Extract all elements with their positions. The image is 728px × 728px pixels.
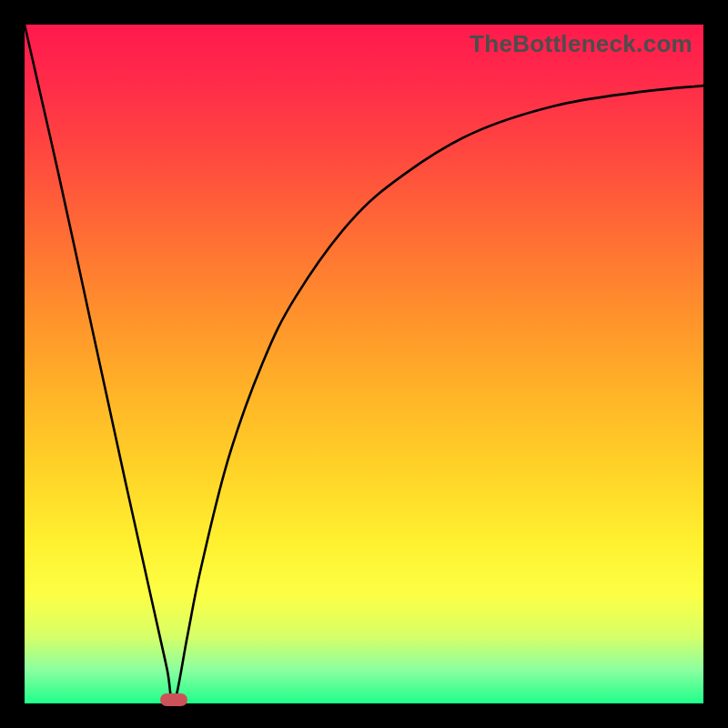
bottleneck-curve	[25, 25, 703, 703]
chart-plot-area: TheBottleneck.com	[25, 25, 703, 703]
chart-frame: TheBottleneck.com	[0, 0, 728, 728]
curve-layer	[25, 25, 703, 703]
valley-marker	[160, 693, 187, 706]
